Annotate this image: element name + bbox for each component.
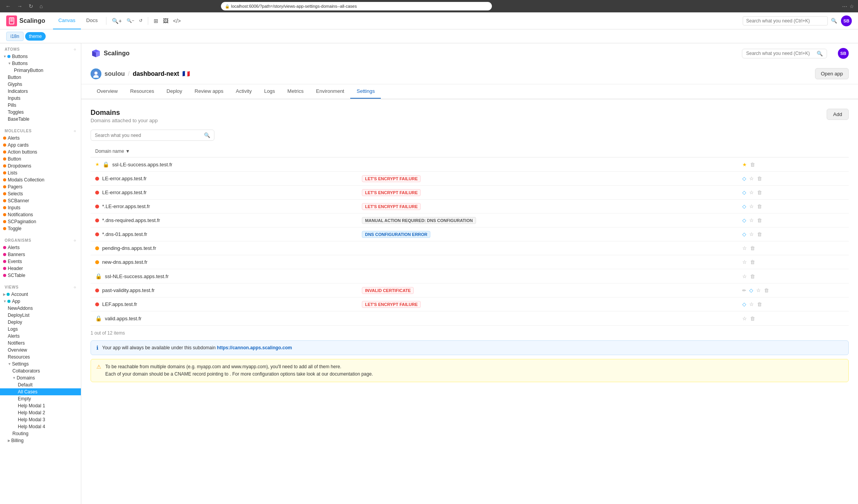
sidebar-item-inputs-atom[interactable]: Inputs <box>0 95 81 102</box>
zoom-reset-button[interactable]: ↺ <box>137 17 145 25</box>
sidebar-item-actionbuttons[interactable]: Action buttons <box>0 149 81 155</box>
app-search-input[interactable] <box>746 51 814 56</box>
sidebar-item-inputs-mol[interactable]: Inputs <box>0 204 81 211</box>
sidebar-item-banners[interactable]: Banners <box>0 251 81 258</box>
diamond-icon[interactable]: ◇ <box>742 176 746 181</box>
delete-button[interactable]: 🗑 <box>757 203 762 209</box>
atoms-collapse-icon[interactable]: ○ <box>74 47 76 51</box>
subtab-theme[interactable]: theme <box>25 32 46 41</box>
sidebar-item-basetable[interactable]: BaseTable <box>0 116 81 123</box>
star-button[interactable]: ☆ <box>749 231 754 237</box>
delete-button[interactable]: 🗑 <box>757 231 762 237</box>
sidebar-item-alerts-org[interactable]: Alerts <box>0 244 81 251</box>
sidebar-item-alerts-views[interactable]: Alerts <box>0 333 81 340</box>
sidebar-item-scpagination[interactable]: SCPagination <box>0 218 81 225</box>
tab-settings[interactable]: Settings <box>350 84 381 99</box>
sidebar-item-help-modal-4[interactable]: Help Modal 4 <box>0 423 81 430</box>
diamond-icon[interactable]: ◇ <box>742 301 746 307</box>
sidebar-item-deploylist[interactable]: DeployList <box>0 312 81 319</box>
star-button[interactable]: ☆ <box>749 301 754 307</box>
domain-search-input[interactable] <box>95 133 202 138</box>
image-button[interactable]: 🖼 <box>161 16 171 26</box>
sidebar-item-toggle[interactable]: Toggle <box>0 225 81 232</box>
diamond-icon[interactable]: ◇ <box>742 217 746 223</box>
sidebar-item-indicators[interactable]: Indicators <box>0 88 81 95</box>
sidebar-item-modals[interactable]: Modals Collection <box>0 176 81 183</box>
sidebar-item-primarybutton[interactable]: PrimaryButton <box>0 67 81 74</box>
star-button[interactable]: ☆ <box>749 217 754 223</box>
tab-review-apps[interactable]: Review apps <box>188 84 229 99</box>
organisms-collapse-icon[interactable]: ○ <box>74 238 76 243</box>
tab-resources[interactable]: Resources <box>124 84 160 99</box>
star-button[interactable]: ☆ <box>749 176 754 181</box>
delete-button[interactable]: 🗑 <box>757 217 762 223</box>
storybook-search-input[interactable] <box>743 16 828 26</box>
sidebar-item-dropdowns[interactable]: Dropdowns <box>0 162 81 169</box>
star-button[interactable]: ☆ <box>749 190 754 195</box>
sidebar-item-account[interactable]: ▶ Account <box>0 291 81 298</box>
tab-environment[interactable]: Environment <box>310 84 351 99</box>
delete-button[interactable]: 🗑 <box>757 190 762 195</box>
diamond-icon[interactable]: ◇ <box>742 190 746 195</box>
delete-button[interactable]: 🗑 <box>750 316 755 321</box>
diamond-icon[interactable]: ◇ <box>749 287 753 293</box>
zoom-out-button[interactable]: 🔍− <box>124 17 137 25</box>
tab-metrics[interactable]: Metrics <box>281 84 310 99</box>
sidebar-item-logs[interactable]: Logs <box>0 326 81 333</box>
delete-button[interactable]: 🗑 <box>750 273 755 279</box>
molecules-collapse-icon[interactable]: ○ <box>74 129 76 133</box>
sidebar-item-empty[interactable]: Empty <box>0 395 81 402</box>
diamond-icon[interactable]: ◇ <box>742 231 746 237</box>
delete-button[interactable]: 🗑 <box>757 176 762 181</box>
open-app-button[interactable]: Open app <box>815 68 849 79</box>
sidebar-item-help-modal-3[interactable]: Help Modal 3 <box>0 416 81 423</box>
tab-deploy[interactable]: Deploy <box>160 84 188 99</box>
tab-activity[interactable]: Activity <box>229 84 258 99</box>
sidebar-item-all-cases[interactable]: All Cases <box>0 388 81 395</box>
star-button[interactable]: ☆ <box>749 203 754 209</box>
sidebar-item-settings[interactable]: ▼ Settings <box>0 360 81 367</box>
code-button[interactable]: </> <box>171 16 183 26</box>
refresh-button[interactable]: ↻ <box>27 2 35 10</box>
sidebar-item-overview[interactable]: Overview <box>0 347 81 354</box>
sidebar-item-pills[interactable]: Pills <box>0 102 81 109</box>
sort-icon[interactable]: ▼ <box>125 149 130 154</box>
sidebar-item-lists[interactable]: Lists <box>0 169 81 176</box>
pencil-icon[interactable]: ✏ <box>742 288 746 293</box>
sidebar-item-collaborators[interactable]: Collaborators <box>0 367 81 374</box>
home-button[interactable]: ⌂ <box>38 2 44 10</box>
sidebar-item-help-modal-1[interactable]: Help Modal 1 <box>0 402 81 409</box>
sidebar-item-routing[interactable]: Routing <box>0 430 81 437</box>
browser-url-bar[interactable]: 🔒 localhost:6006/?path=/story/views-app-… <box>221 2 492 10</box>
delete-button[interactable]: 🗑 <box>750 245 755 251</box>
views-collapse-icon[interactable]: ○ <box>74 285 76 289</box>
sidebar-item-events[interactable]: Events <box>0 258 81 265</box>
sidebar-item-header[interactable]: Header <box>0 265 81 272</box>
star-button[interactable]: ☆ <box>742 316 747 321</box>
browser-menu-icon[interactable]: ⋯ <box>842 3 847 9</box>
star-button[interactable]: ☆ <box>742 259 747 265</box>
sidebar-item-appcards[interactable]: App cards <box>0 142 81 149</box>
sidebar-item-alerts-mol[interactable]: Alerts <box>0 135 81 142</box>
add-domain-button[interactable]: Add <box>827 109 849 120</box>
sidebar-item-billing[interactable]: ▶ Billing <box>0 437 81 444</box>
sidebar-item-default[interactable]: Default <box>0 381 81 388</box>
sidebar-item-notifiers[interactable]: Notifiers <box>0 340 81 347</box>
sidebar-item-buttons-group[interactable]: ▼ Buttons <box>0 53 81 60</box>
sidebar-item-pagers[interactable]: Pagers <box>0 183 81 190</box>
tab-canvas[interactable]: Canvas <box>53 12 81 29</box>
sidebar-item-resources[interactable]: Resources <box>0 354 81 360</box>
sidebar-item-button-mol[interactable]: Button <box>0 155 81 162</box>
sidebar-item-domains[interactable]: ▼ Domains <box>0 374 81 381</box>
sidebar-item-scbanner[interactable]: SCBanner <box>0 197 81 204</box>
star-button[interactable]: ☆ <box>756 287 761 293</box>
sidebar-item-app[interactable]: ▼ App <box>0 298 81 305</box>
info-subdomain-link[interactable]: https://cannon.apps.scalingo.com <box>217 345 292 350</box>
sidebar-item-buttons-sub[interactable]: ▼ Buttons <box>0 60 81 67</box>
sidebar-item-newaddons[interactable]: NewAddons <box>0 305 81 312</box>
star-button[interactable]: ☆ <box>742 273 747 279</box>
tab-logs[interactable]: Logs <box>258 84 281 99</box>
sidebar-item-selects[interactable]: Selects <box>0 190 81 197</box>
tab-overview[interactable]: Overview <box>91 84 124 99</box>
back-button[interactable]: ← <box>4 2 12 10</box>
